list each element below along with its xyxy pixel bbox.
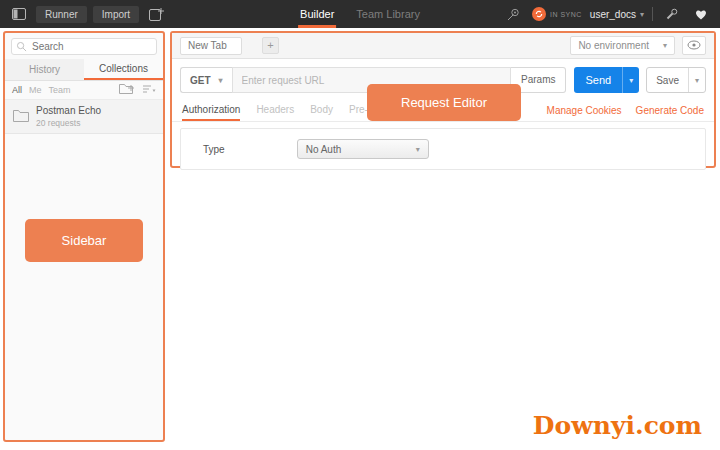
chevron-down-icon: ▾ [640, 10, 644, 19]
collection-name: Postman Echo [36, 105, 101, 116]
watermark: Downyi.com [533, 411, 702, 440]
top-bar: Runner Import Builder Team Library IN SY… [0, 0, 720, 28]
filter-team[interactable]: Team [49, 85, 71, 95]
environment-value: No environment [578, 40, 649, 51]
save-label: Save [647, 75, 688, 86]
folder-icon [13, 109, 29, 124]
account-menu[interactable]: user_docs ▾ [590, 9, 644, 20]
method-select[interactable]: GET ▾ [180, 67, 232, 93]
auth-type-value: No Auth [306, 144, 342, 155]
sync-status[interactable]: IN SYNC [532, 7, 582, 21]
add-tab-button[interactable]: + [262, 37, 279, 54]
generate-code-link[interactable]: Generate Code [636, 105, 704, 116]
divider [652, 7, 653, 21]
tab-authorization[interactable]: Authorization [182, 99, 240, 121]
sidebar-overlay-badge: Sidebar [25, 219, 143, 262]
manage-cookies-link[interactable]: Manage Cookies [547, 105, 622, 116]
chevron-down-icon: ▾ [416, 145, 420, 154]
search-input[interactable] [11, 38, 157, 55]
request-tab-new[interactable]: New Tab [180, 37, 242, 55]
authorization-panel: Type No Auth ▾ [180, 128, 706, 170]
search-icon [16, 41, 27, 54]
chevron-down-icon: ▾ [663, 41, 667, 50]
eye-icon [687, 40, 701, 52]
collection-item[interactable]: Postman Echo 20 requests [5, 100, 163, 134]
postman-window: Runner Import Builder Team Library IN SY… [0, 0, 720, 450]
filter-me[interactable]: Me [29, 85, 42, 95]
tab-body[interactable]: Body [310, 99, 333, 121]
new-window-icon[interactable] [145, 5, 169, 23]
collection-meta: 20 requests [36, 118, 101, 128]
tab-history[interactable]: History [5, 59, 84, 80]
chevron-down-icon: ▾ [219, 76, 223, 85]
satellite-icon[interactable] [502, 6, 524, 23]
auth-type-select[interactable]: No Auth ▾ [297, 139, 429, 159]
tools-icon[interactable] [661, 6, 682, 23]
sidebar: History Collections All Me Team Postman … [3, 31, 165, 442]
tab-team-library[interactable]: Team Library [354, 0, 422, 28]
send-label: Send [574, 74, 622, 86]
chevron-down-icon[interactable]: ▾ [622, 67, 639, 93]
environment-preview-button[interactable] [682, 36, 706, 55]
method-value: GET [190, 75, 211, 86]
tab-builder[interactable]: Builder [298, 0, 336, 28]
main-nav: Builder Team Library [298, 0, 422, 28]
send-button[interactable]: Send ▾ [574, 67, 639, 93]
collection-filter-row: All Me Team [5, 81, 163, 100]
filter-all[interactable]: All [12, 85, 22, 95]
search-container [5, 33, 163, 59]
editor-tab-strip: New Tab + No environment ▾ [172, 33, 714, 59]
environment-select[interactable]: No environment ▾ [570, 36, 675, 55]
auth-type-label: Type [203, 144, 225, 155]
heart-icon[interactable] [690, 6, 712, 22]
request-editor-overlay-badge: Request Editor [367, 84, 521, 121]
tab-collections[interactable]: Collections [84, 59, 163, 80]
import-button[interactable]: Import [93, 6, 139, 23]
sort-icon[interactable] [142, 84, 156, 96]
sidebar-tabs: History Collections [5, 59, 163, 81]
new-folder-icon[interactable] [119, 83, 135, 97]
sync-label: IN SYNC [550, 11, 582, 18]
sync-icon [532, 7, 546, 21]
sidebar-toggle-icon[interactable] [8, 6, 30, 22]
save-button[interactable]: Save ▾ [646, 67, 706, 93]
chevron-down-icon[interactable]: ▾ [688, 68, 705, 92]
tab-headers[interactable]: Headers [256, 99, 294, 121]
account-name: user_docs [590, 9, 636, 20]
runner-button[interactable]: Runner [36, 6, 87, 23]
